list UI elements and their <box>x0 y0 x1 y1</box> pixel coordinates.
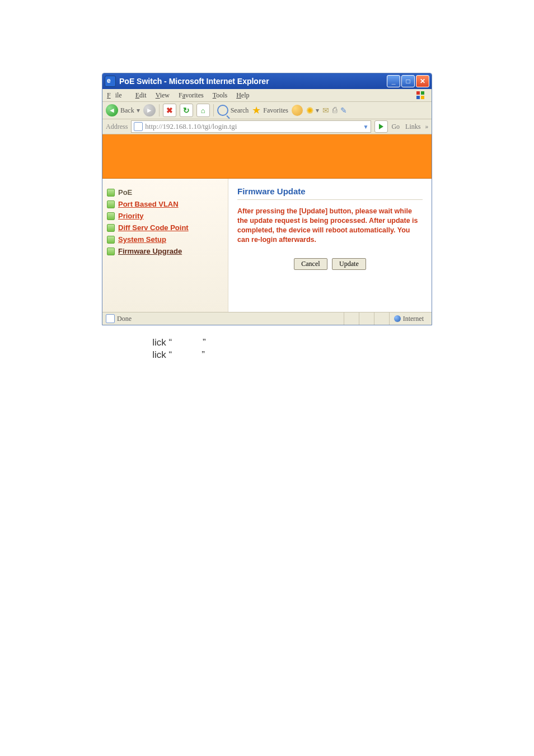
svg-rect-1 <box>421 91 424 95</box>
go-label: Go <box>391 123 400 131</box>
internet-zone-icon <box>394 315 401 322</box>
sidebar-item-label: Firmware Upgrade <box>118 247 182 255</box>
bullet-icon <box>107 200 115 208</box>
page-banner <box>102 134 432 179</box>
sidebar-item-priority[interactable]: Priority <box>107 210 223 222</box>
media-button[interactable] <box>292 105 303 116</box>
sidebar: PoE Port Based VLAN Priority Diff Serv C… <box>102 179 228 312</box>
panel-warning-text: After pressing the [Update] button, plea… <box>237 207 423 245</box>
bullet-icon <box>107 189 115 197</box>
status-text: Done <box>117 315 132 323</box>
toolbar: ◄Back▾ ► ✖ ↻ ⌂ Search ★Favorites ✺▾ ✉ ⎙ … <box>102 102 432 119</box>
menu-view[interactable]: View <box>151 91 174 100</box>
bullet-icon <box>107 236 115 244</box>
page-icon <box>134 122 143 131</box>
maximize-button[interactable]: □ <box>401 75 415 87</box>
sidebar-item-firmware-upgrade[interactable]: Firmware Upgrade <box>107 245 223 257</box>
menu-help[interactable]: Help <box>232 91 254 100</box>
address-label: Address <box>106 123 128 131</box>
edit-button[interactable]: ✎ <box>340 106 347 115</box>
home-button[interactable]: ⌂ <box>196 104 210 117</box>
sidebar-item-port-based-vlan[interactable]: Port Based VLAN <box>107 198 223 210</box>
refresh-button[interactable]: ↻ <box>180 104 193 117</box>
go-button[interactable] <box>374 120 388 133</box>
window-titlebar: PoE Switch - Microsoft Internet Explorer… <box>102 73 432 89</box>
menu-favorites[interactable]: Favorites <box>174 91 208 100</box>
bullet-icon <box>107 224 115 232</box>
bullet-icon <box>107 212 115 220</box>
menu-edit[interactable]: Edit <box>131 91 151 100</box>
links-chevron-icon[interactable]: » <box>425 124 428 130</box>
address-input[interactable]: http://192.168.1.10/tgi/login.tgi ▼ <box>131 120 371 133</box>
sidebar-item-label: Port Based VLAN <box>118 200 179 208</box>
document-caption: Click “Update” to start the firmware upd… <box>146 336 371 362</box>
svg-rect-0 <box>416 91 420 95</box>
sidebar-item-label: Priority <box>118 212 144 220</box>
svg-rect-3 <box>421 96 424 99</box>
separator <box>159 104 160 116</box>
search-button[interactable]: Search <box>217 105 249 116</box>
sidebar-item-label: PoE <box>118 188 132 197</box>
close-button[interactable]: ✕ <box>416 75 429 87</box>
address-dropdown-icon[interactable]: ▼ <box>363 124 369 130</box>
main-panel: Firmware Update After pressing the [Upda… <box>228 179 432 312</box>
links-label[interactable]: Links <box>405 123 420 131</box>
address-bar-row: Address http://192.168.1.10/tgi/login.tg… <box>102 119 432 134</box>
page-icon <box>106 314 115 323</box>
back-button[interactable]: ◄Back▾ <box>106 104 140 116</box>
history-button[interactable]: ✺▾ <box>306 105 319 116</box>
mail-button[interactable]: ✉ <box>322 106 329 115</box>
sidebar-item-label: System Setup <box>118 235 166 244</box>
print-button[interactable]: ⎙ <box>332 106 337 115</box>
menu-tools[interactable]: Tools <box>208 91 232 100</box>
sidebar-item-system-setup[interactable]: System Setup <box>107 234 223 245</box>
windows-flag-icon <box>411 91 429 100</box>
address-value: http://192.168.1.10/tgi/login.tgi <box>145 122 237 131</box>
window-title: PoE Switch - Microsoft Internet Explorer <box>119 77 387 86</box>
stop-button[interactable]: ✖ <box>163 104 176 117</box>
separator <box>213 104 214 116</box>
sidebar-item-poe[interactable]: PoE <box>107 186 223 198</box>
menu-file[interactable]: File <box>102 91 131 100</box>
bullet-icon <box>107 248 115 255</box>
internet-zone-label: Internet <box>403 315 424 323</box>
status-bar: Done Internet <box>102 312 432 325</box>
forward-button[interactable]: ► <box>143 104 156 116</box>
favorites-button[interactable]: ★Favorites <box>252 104 288 116</box>
sidebar-item-diff-serv-code-point[interactable]: Diff Serv Code Point <box>107 222 223 234</box>
cancel-button[interactable]: Cancel <box>294 258 327 270</box>
panel-heading: Firmware Update <box>237 186 423 200</box>
svg-rect-2 <box>416 96 420 99</box>
sidebar-item-label: Diff Serv Code Point <box>118 223 189 232</box>
menu-bar: File Edit View Favorites Tools Help <box>102 89 432 102</box>
update-button[interactable]: Update <box>332 258 366 270</box>
ie-logo-icon <box>105 76 116 87</box>
minimize-button[interactable]: _ <box>387 75 400 87</box>
